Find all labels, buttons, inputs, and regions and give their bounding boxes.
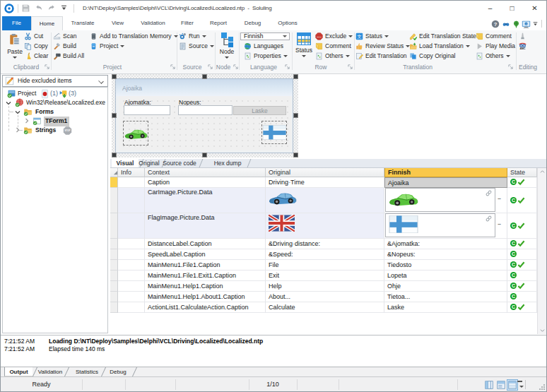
chevron-right-icon[interactable] (24, 118, 30, 124)
cell-original[interactable] (266, 188, 384, 213)
view-grid-button[interactable] (507, 379, 518, 391)
view-tab-visual[interactable]: Visual (112, 159, 139, 167)
cell-state[interactable]: C (507, 292, 537, 302)
bottom-tab-output[interactable]: Output (4, 367, 33, 376)
cell-info[interactable] (118, 177, 145, 188)
dialog-launcher-icon[interactable] (45, 64, 50, 70)
cell-info[interactable] (118, 188, 145, 213)
cell-finnish[interactable]: Ohje (384, 281, 507, 292)
bottom-tab-statistics[interactable]: Statistics (73, 367, 101, 376)
ribbon-item-review-status[interactable]: Review Status (355, 42, 410, 51)
cell-finnish[interactable]: -- (384, 188, 507, 213)
cell-finnish[interactable]: Ajoaika (384, 177, 507, 188)
tree-item-tform1[interactable]: TForm1 (3, 117, 107, 126)
ribbon-item-edit-translation-state[interactable]: Edit Translation State (409, 32, 476, 41)
row-indicator[interactable] (110, 271, 118, 281)
cell-state[interactable]: C (507, 271, 537, 281)
cell-state[interactable]: C (507, 188, 537, 213)
cell-info[interactable] (118, 292, 145, 302)
cell-info[interactable] (118, 271, 145, 281)
cell-context[interactable]: MainMenu1.File1.Exit1.Caption (145, 271, 266, 281)
ribbon-item-comment[interactable]: Comment (476, 32, 512, 41)
scroll-up-icon[interactable] (540, 170, 545, 174)
cell-context[interactable]: MainMenu1.Help1.About1.Caption (145, 292, 266, 302)
cell-info[interactable] (118, 213, 145, 239)
row-indicator[interactable] (110, 188, 118, 213)
dialog-launcher-icon[interactable] (348, 64, 353, 70)
cell-state[interactable]: C (507, 302, 537, 313)
row-indicator[interactable] (110, 177, 118, 188)
cell-finnish[interactable]: &Nopeus: (384, 249, 507, 260)
ribbon-item-brush[interactable] (519, 32, 527, 41)
selection-handle[interactable] (293, 74, 298, 79)
tab-translate[interactable]: Translate (64, 16, 102, 30)
selection-handle[interactable] (112, 74, 117, 79)
cell-info[interactable] (118, 239, 145, 249)
cell-state[interactable]: C (507, 249, 537, 260)
binoculars-button[interactable] (501, 20, 511, 30)
tab-filter[interactable]: Filter (173, 16, 201, 30)
save-button[interactable] (21, 4, 30, 13)
grid-scrollbar[interactable] (537, 168, 547, 334)
ribbon-item-load-translation[interactable]: Load Translation (409, 42, 470, 51)
cell-finnish[interactable]: Tietoa... (384, 292, 507, 302)
cell-state[interactable]: C (507, 281, 537, 292)
cell-state[interactable]: C (507, 260, 537, 271)
tree-item-forms[interactable]: Forms (3, 107, 107, 117)
undo-button[interactable] (34, 4, 44, 12)
cell-context[interactable]: SpeedLabel.Caption (145, 249, 266, 260)
ribbon-item-play-media[interactable]: Play Media (476, 42, 515, 51)
view-columns-button[interactable] (483, 379, 495, 391)
column-header-finnish[interactable]: Finnish (384, 168, 507, 177)
row-indicator[interactable] (110, 302, 118, 313)
selection-handle[interactable] (293, 153, 298, 158)
selection-handle[interactable] (112, 153, 117, 158)
form-button-calculate[interactable]: Laske (233, 106, 286, 115)
big-button-paste[interactable]: Paste (6, 32, 23, 59)
tab-debug[interactable]: Debug (236, 16, 269, 30)
cell-original[interactable] (266, 213, 384, 239)
tab-file[interactable]: File (2, 16, 31, 30)
chevron-down-icon[interactable] (6, 100, 11, 106)
bottom-tab-debug[interactable]: Debug (104, 367, 132, 376)
cell-context[interactable]: FlagImage.Picture.Data (145, 213, 266, 239)
cell-context[interactable]: ActionList1.CalculateAction.Caption (145, 302, 266, 313)
cell-info[interactable] (118, 260, 145, 271)
cell-original[interactable]: Driving-Time (266, 177, 384, 188)
cell-info[interactable] (118, 249, 145, 260)
minimize-button[interactable]: – (479, 1, 501, 16)
help-button[interactable]: ? (491, 20, 500, 30)
cell-info[interactable] (118, 281, 145, 292)
ribbon-item-status[interactable]: 文Status (355, 32, 389, 41)
column-header-info[interactable]: Info (118, 168, 145, 177)
ribbon-item-others[interactable]: Others (315, 52, 350, 61)
cell-finnish[interactable]: Laske (384, 302, 507, 313)
cell-finnish[interactable]: Tiedosto (384, 260, 507, 271)
cell-original[interactable]: About... (266, 292, 384, 302)
cell-context[interactable]: Caption (145, 177, 266, 188)
ribbon-item-clear[interactable]: Clear (24, 52, 48, 61)
scroll-down-icon[interactable] (540, 328, 545, 333)
cell-original[interactable]: Help (266, 281, 384, 292)
ribbon-item-build-all[interactable]: Build All (53, 52, 84, 61)
tree-item-project[interactable]: Project(1)(3) (3, 89, 107, 98)
big-button-node[interactable]: Node (218, 32, 235, 59)
ellipsis-button[interactable]: -- (498, 195, 500, 202)
ribbon-item-comment[interactable]: Comment (315, 42, 351, 51)
row-indicator[interactable] (110, 292, 118, 302)
ribbon-item-scan[interactable]: Scan (53, 32, 76, 41)
cell-context[interactable]: CarImage.Picture.Data (145, 188, 266, 213)
tab-report[interactable]: Report (201, 16, 235, 30)
cell-info[interactable] (118, 302, 145, 313)
ellipsis-button[interactable]: -- (498, 220, 500, 227)
tab-view[interactable]: View (102, 16, 133, 30)
filter-combobox[interactable]: Hide excluded items (2, 75, 108, 87)
ribbon-item-project[interactable]: Project (90, 42, 124, 51)
chevron-right-icon[interactable] (15, 127, 20, 133)
tab-validation[interactable]: Validation (134, 16, 172, 30)
grid-corner-cell[interactable] (110, 168, 118, 177)
ribbon-item-build[interactable]: Build (53, 42, 76, 51)
cell-original[interactable]: Calculate (266, 302, 384, 313)
ribbon-item-languages[interactable]: Languages (244, 42, 283, 51)
maximize-button[interactable]: □ (501, 1, 523, 16)
